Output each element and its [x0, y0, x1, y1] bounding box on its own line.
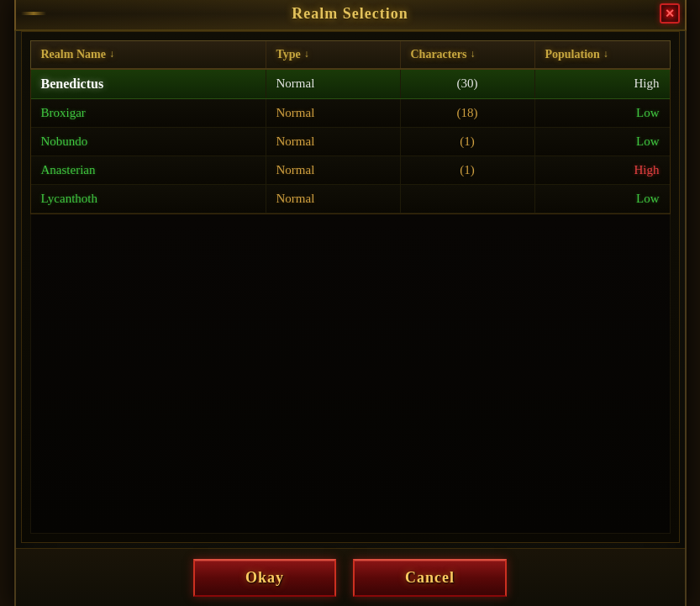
- col-population[interactable]: Population ↓: [535, 41, 670, 68]
- table-row[interactable]: Nobundo Normal (1) Low: [31, 128, 670, 156]
- type-cell: Normal: [266, 156, 401, 184]
- characters-cell: [401, 185, 535, 213]
- title-bar: Realm Selection ✕: [14, 0, 687, 31]
- characters-sort-icon: ↓: [470, 48, 475, 61]
- table-header: Realm Name ↓ Type ↓ Characters ↓ Populat…: [30, 40, 671, 70]
- realm-name-cell: Broxigar: [31, 99, 266, 127]
- table-row[interactable]: Lycanthoth Normal Low: [31, 185, 670, 213]
- close-button[interactable]: ✕: [660, 3, 680, 24]
- col-characters[interactable]: Characters ↓: [401, 41, 535, 68]
- table-row[interactable]: Benedictus Normal (30) High: [31, 70, 670, 99]
- characters-cell: (1): [401, 128, 535, 155]
- type-sort-icon: ↓: [304, 48, 309, 61]
- population-cell: Low: [535, 99, 670, 127]
- okay-button[interactable]: Okay: [193, 559, 336, 597]
- characters-cell: (1): [401, 156, 535, 184]
- population-cell: Low: [535, 128, 670, 155]
- type-cell: Normal: [266, 128, 401, 155]
- dialog-content: Realm Name ↓ Type ↓ Characters ↓ Populat…: [21, 31, 680, 543]
- col-realm-name[interactable]: Realm Name ↓: [31, 41, 266, 68]
- table-row[interactable]: Broxigar Normal (18) Low: [31, 99, 670, 128]
- empty-realm-area: [30, 214, 671, 534]
- dialog-title: Realm Selection: [292, 5, 408, 22]
- population-cell: High: [535, 70, 670, 98]
- type-cell: Normal: [266, 185, 401, 213]
- realm-name-cell: Lycanthoth: [31, 185, 266, 213]
- realm-selection-dialog: Realm Selection ✕ Realm Name ↓ Type ↓ Ch…: [14, 0, 687, 606]
- title-decoration-left: [21, 12, 46, 15]
- dialog-footer: Okay Cancel: [16, 548, 685, 607]
- realm-name-cell: Benedictus: [31, 70, 266, 98]
- type-cell: Normal: [266, 99, 401, 127]
- realm-name-cell: Anasterian: [31, 156, 266, 184]
- population-cell: Low: [535, 185, 670, 213]
- table-row[interactable]: Anasterian Normal (1) High: [31, 156, 670, 185]
- population-cell: High: [535, 156, 670, 184]
- characters-cell: (30): [401, 70, 535, 98]
- cancel-button[interactable]: Cancel: [353, 559, 507, 597]
- type-cell: Normal: [266, 70, 401, 98]
- characters-cell: (18): [401, 99, 535, 127]
- realm-name-sort-icon: ↓: [109, 48, 114, 61]
- realm-table: Realm Name ↓ Type ↓ Characters ↓ Populat…: [30, 40, 671, 534]
- col-type[interactable]: Type ↓: [266, 41, 401, 68]
- realm-name-cell: Nobundo: [31, 128, 266, 155]
- population-sort-icon: ↓: [603, 48, 608, 61]
- table-body: Benedictus Normal (30) High Broxigar Nor…: [30, 70, 671, 214]
